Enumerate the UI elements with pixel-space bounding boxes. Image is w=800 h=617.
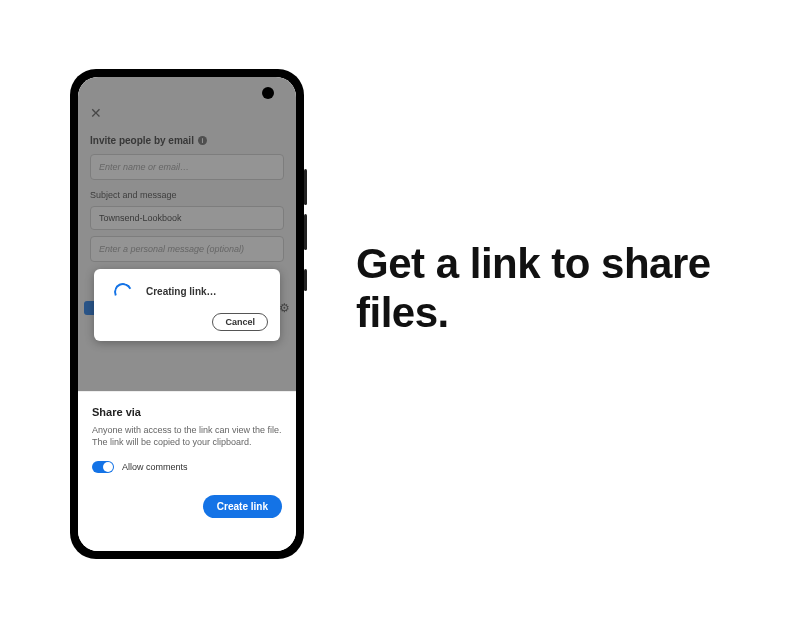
modal-status-text: Creating link… [146,286,217,297]
share-via-title: Share via [92,406,282,418]
phone-side-button [304,269,307,291]
allow-comments-label: Allow comments [122,462,188,472]
phone-mockup: ✕ Invite people by email i Enter name or… [70,69,304,559]
marketing-headline: Get a link to share files. [356,240,736,337]
camera-cutout [262,87,274,99]
share-sheet: Share via Anyone with access to the link… [78,391,296,551]
allow-comments-row[interactable]: Allow comments [92,461,282,473]
creating-link-modal: Creating link… Cancel [94,269,280,341]
phone-side-button [304,214,307,250]
spinner-icon [111,280,134,303]
allow-comments-toggle[interactable] [92,461,114,473]
phone-frame: ✕ Invite people by email i Enter name or… [70,69,304,559]
create-link-button[interactable]: Create link [203,495,282,518]
phone-side-button [304,169,307,205]
share-via-description: Anyone with access to the link can view … [92,424,282,449]
dim-overlay [78,77,296,391]
phone-screen: ✕ Invite people by email i Enter name or… [78,77,296,551]
cancel-button[interactable]: Cancel [212,313,268,331]
